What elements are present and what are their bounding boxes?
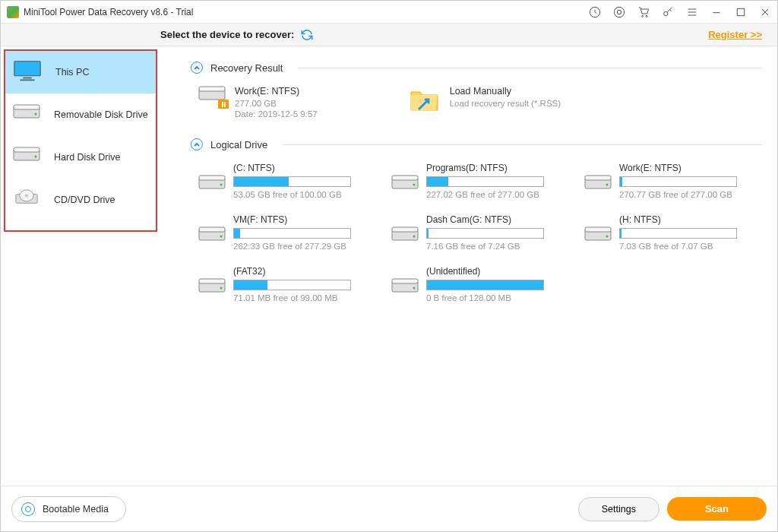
drive-icon (391, 175, 419, 193)
sidebar-item-this-pc[interactable]: This PC (5, 51, 156, 93)
svg-rect-31 (199, 227, 225, 232)
bootable-media-button[interactable]: Bootable Media (11, 496, 126, 522)
drive-item[interactable]: (Unidentified) 0 B free of 128.00 MB (391, 266, 569, 302)
drive-item[interactable]: Dash Cam(G: NTFS) 7.16 GB free of 7.24 G… (391, 214, 569, 251)
svg-point-41 (220, 287, 223, 290)
recovery-item-size: 277.00 GB (235, 99, 318, 108)
drive-free-text: 71.01 MB free of 99.00 MB (233, 293, 376, 302)
collapse-button[interactable] (191, 138, 203, 150)
sidebar-item-label: Hard Disk Drive (54, 152, 121, 163)
svg-point-5 (664, 11, 668, 15)
drive-item[interactable]: VM(F: NTFS) 262.33 GB free of 277.29 GB (198, 214, 376, 251)
usage-bar (233, 176, 351, 187)
drive-name: VM(F: NTFS) (233, 214, 376, 225)
drive-icon (391, 278, 419, 296)
drive-name: (FAT32) (233, 266, 376, 277)
recovery-section-header: Recovery Result (191, 62, 762, 74)
maximize-icon[interactable] (735, 6, 747, 18)
removable-drive-icon (13, 104, 40, 125)
svg-point-12 (35, 113, 37, 116)
drive-icon (198, 278, 226, 296)
svg-point-38 (606, 236, 609, 238)
drive-free-text: 7.03 GB free of 7.07 GB (619, 242, 762, 251)
drive-item[interactable]: Work(E: NTFS) 270.77 GB free of 277.00 G… (584, 163, 762, 199)
disc-icon (21, 502, 35, 516)
menu-icon[interactable] (686, 6, 698, 18)
drive-icon (584, 175, 612, 193)
svg-rect-37 (585, 227, 611, 232)
usage-bar (426, 228, 544, 239)
usage-bar (233, 280, 351, 290)
svg-rect-28 (585, 176, 611, 180)
minimize-icon[interactable] (710, 6, 723, 18)
refresh-icon[interactable] (300, 28, 314, 42)
close-icon[interactable] (759, 6, 771, 18)
disc-drive-icon (13, 189, 40, 211)
svg-point-26 (413, 184, 416, 186)
usage-bar (426, 176, 544, 187)
key-icon[interactable] (662, 6, 674, 18)
chevron-up-icon (193, 64, 201, 71)
svg-rect-8 (23, 78, 31, 79)
content-area: Recovery Result Work(E: NTFS) 277.00 GB … (160, 46, 777, 486)
register-link[interactable]: Register >> (708, 29, 762, 40)
svg-point-29 (606, 184, 609, 186)
sidebar-item-removable[interactable]: Removable Disk Drive (5, 93, 156, 136)
settings-button[interactable]: Settings (578, 497, 659, 521)
sidebar-item-label: CD/DVD Drive (54, 195, 115, 205)
svg-rect-6 (737, 8, 744, 15)
section-title: Logical Drive (210, 139, 267, 150)
drive-icon (198, 175, 226, 193)
svg-point-15 (35, 156, 37, 158)
drive-icon (198, 226, 226, 245)
drive-free-text: 262.33 GB free of 277.29 GB (233, 242, 376, 251)
sidebar-item-label: Removable Disk Drive (54, 109, 148, 120)
drive-name: (Unidentified) (426, 266, 569, 277)
svg-point-32 (220, 236, 223, 238)
drive-name: (C: NTFS) (233, 163, 376, 173)
window-title: MiniTool Power Data Recovery v8.6 - Tria… (24, 7, 589, 17)
svg-rect-20 (199, 87, 225, 91)
divider (283, 144, 762, 145)
svg-rect-14 (14, 147, 40, 152)
app-icon (7, 6, 19, 18)
section-title: Recovery Result (210, 62, 283, 74)
monitor-icon (13, 59, 42, 85)
drive-name: Work(E: NTFS) (619, 163, 762, 173)
svg-point-2 (617, 10, 621, 14)
drive-icon (391, 226, 419, 245)
drive-name: (H: NTFS) (619, 214, 762, 225)
svg-point-4 (646, 15, 647, 17)
load-manually-title: Load Manually (450, 86, 561, 97)
recovery-item-date: Date: 2019-12-5 9:57 (235, 109, 318, 119)
cart-icon[interactable] (637, 6, 650, 18)
sidebar: This PC Removable Disk Drive Hard Disk D… (1, 46, 160, 486)
recovery-result-item[interactable]: Work(E: NTFS) 277.00 GB Date: 2019-12-5 … (198, 86, 318, 120)
logical-section-header: Logical Drive (191, 138, 762, 150)
usage-bar (619, 228, 737, 239)
svg-point-23 (220, 184, 223, 186)
target-icon[interactable] (613, 6, 625, 18)
hard-drive-icon (13, 147, 40, 168)
folder-arrow-icon (409, 86, 441, 113)
bootable-label: Bootable Media (43, 504, 109, 515)
clock-icon[interactable] (589, 6, 601, 18)
svg-point-18 (25, 194, 29, 197)
drive-item[interactable]: (H: NTFS) 7.03 GB free of 7.07 GB (584, 214, 762, 251)
usage-bar (233, 228, 351, 239)
svg-rect-22 (199, 176, 225, 180)
drive-item[interactable]: (C: NTFS) 53.05 GB free of 100.00 GB (198, 163, 376, 199)
svg-point-3 (642, 15, 644, 17)
footer: Bootable Media Settings Scan (1, 486, 777, 531)
drive-free-text: 227.02 GB free of 277.00 GB (426, 190, 569, 199)
sidebar-item-hdd[interactable]: Hard Disk Drive (5, 136, 156, 179)
drive-item[interactable]: Programs(D: NTFS) 227.02 GB free of 277.… (391, 163, 569, 199)
load-manually-item[interactable]: Load Manually Load recovery result (*.RS… (409, 86, 561, 120)
usage-bar (426, 280, 544, 290)
drive-free-text: 0 B free of 128.00 MB (426, 293, 569, 302)
scan-button[interactable]: Scan (667, 497, 767, 521)
sidebar-item-cddvd[interactable]: CD/DVD Drive (5, 179, 156, 221)
drive-item[interactable]: (FAT32) 71.01 MB free of 99.00 MB (198, 266, 376, 302)
collapse-button[interactable] (191, 62, 203, 74)
chevron-up-icon (193, 141, 201, 148)
